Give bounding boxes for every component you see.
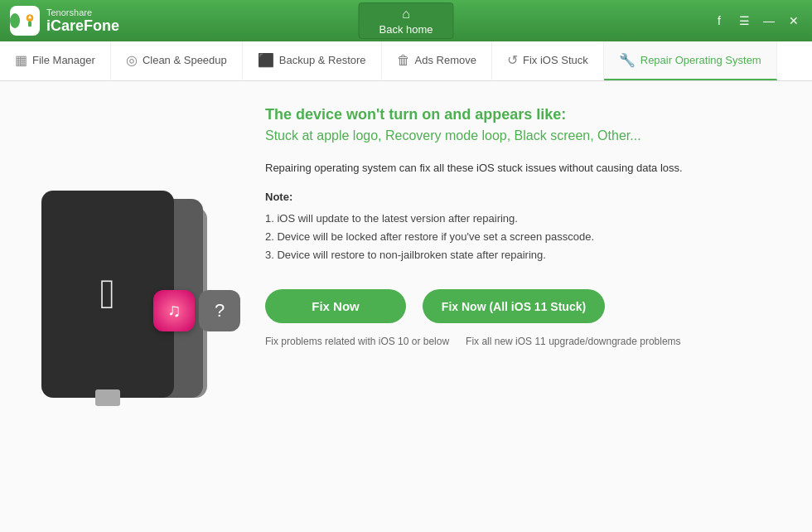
tab-clean-speedup[interactable]: ◎ Clean & Speedup (111, 41, 243, 80)
note-list: 1. iOS will update to the latest version… (265, 210, 779, 264)
logo-area: Tenorshare iCareFone (0, 6, 119, 36)
apple-logo-icon:  (100, 270, 115, 318)
fix-ios-stuck-icon: ↺ (507, 52, 518, 68)
tab-file-manager[interactable]: ▦ File Manager (0, 41, 111, 80)
minimize-button[interactable]: — (757, 9, 781, 32)
window-controls: f ☰ — ✕ (708, 0, 805, 41)
note-item-1: 1. iOS will update to the latest version… (265, 210, 779, 228)
headline-sub: Stuck at apple logo, Recovery mode loop,… (265, 128, 779, 143)
app-name-area: Tenorshare iCareFone (46, 7, 119, 35)
tab-ads-remove-label: Ads Remove (415, 54, 476, 66)
headline-main: The device won't turn on and appears lik… (265, 106, 779, 123)
tab-fix-ios-stuck[interactable]: ↺ Fix iOS Stuck (492, 41, 604, 80)
button-captions: Fix problems related with iOS 10 or belo… (265, 335, 779, 349)
nav-tabs: ▦ File Manager ◎ Clean & Speedup ⬛ Backu… (0, 41, 812, 81)
buttons-row: Fix Now Fix Now (All iOS 11 Stuck) (265, 289, 779, 323)
fix-now-all-button[interactable]: Fix Now (All iOS 11 Stuck) (423, 289, 605, 323)
close-button[interactable]: ✕ (782, 9, 805, 32)
fix-now-caption: Fix problems related with iOS 10 or belo… (265, 335, 449, 349)
tab-repair-os[interactable]: 🔧 Repair Operating System (604, 41, 777, 80)
left-panel:  ♫ ? (0, 81, 249, 532)
backup-restore-icon: ⬛ (258, 52, 274, 68)
menu-button[interactable]: ☰ (732, 9, 756, 32)
note-label: Note: (265, 191, 779, 203)
fix-now-all-caption: Fix all new iOS 11 upgrade/downgrade pro… (466, 335, 680, 349)
facebook-button[interactable]: f (708, 9, 731, 32)
tab-ads-remove[interactable]: 🗑 Ads Remove (382, 41, 492, 80)
device-stack:  ♫ ? (33, 191, 215, 423)
brand-name: Tenorshare (46, 7, 119, 17)
main-content:  ♫ ? The device won't turn on and appea… (0, 81, 812, 532)
app-name: iCareFone (46, 17, 119, 35)
tab-file-manager-label: File Manager (32, 54, 95, 66)
note-item-2: 2. Device will be locked after restore i… (265, 228, 779, 246)
tab-clean-speedup-label: Clean & Speedup (143, 54, 227, 66)
tab-repair-os-label: Repair Operating System (640, 54, 761, 66)
tab-backup-restore-label: Backup & Restore (279, 54, 366, 66)
tab-fix-ios-stuck-label: Fix iOS Stuck (523, 54, 588, 66)
question-icon: ? (199, 290, 240, 331)
itunes-icon: ♫ (153, 290, 195, 331)
clean-speedup-icon: ◎ (126, 52, 138, 68)
back-home-icon: ⌂ (402, 7, 410, 22)
description-text: Repairing operating system can fix all t… (265, 160, 779, 177)
app-logo (10, 6, 40, 36)
right-panel: The device won't turn on and appears lik… (249, 81, 812, 532)
note-item-3: 3. Device will restore to non-jailbroken… (265, 246, 779, 264)
svg-rect-2 (28, 22, 31, 27)
device-connector (95, 389, 120, 406)
title-bar: Tenorshare iCareFone ⌂ Back home f ☰ — ✕ (0, 0, 812, 41)
tab-backup-restore[interactable]: ⬛ Backup & Restore (243, 41, 382, 80)
fix-now-button[interactable]: Fix Now (265, 289, 406, 323)
file-manager-icon: ▦ (15, 52, 27, 68)
back-home-label: Back home (379, 23, 433, 36)
back-home-button[interactable]: ⌂ Back home (358, 2, 453, 39)
repair-os-icon: 🔧 (619, 52, 636, 68)
ads-remove-icon: 🗑 (397, 53, 410, 68)
